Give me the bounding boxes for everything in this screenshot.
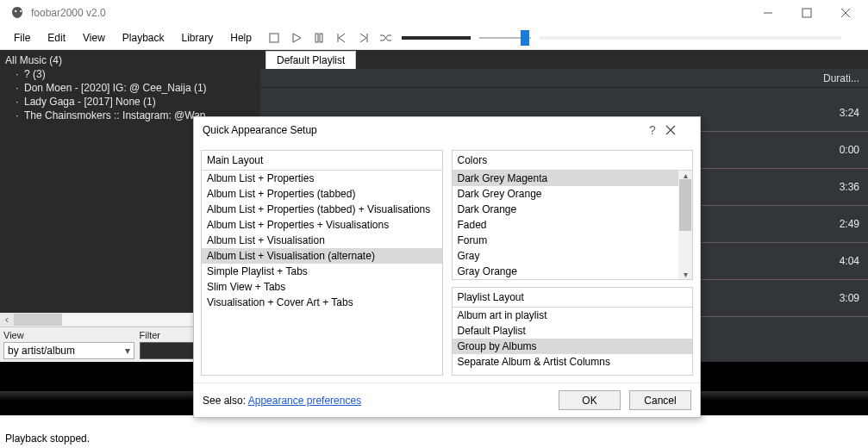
tree-root[interactable]: All Music (4) bbox=[5, 53, 255, 67]
list-item[interactable]: Gray Orange bbox=[453, 264, 679, 279]
cancel-button[interactable]: Cancel bbox=[629, 390, 691, 410]
random-icon[interactable] bbox=[379, 31, 393, 45]
menu-playback[interactable]: Playback bbox=[114, 28, 173, 47]
main-layout-panel: Main Layout Album List + PropertiesAlbum… bbox=[201, 150, 443, 376]
list-item[interactable]: Visualisation + Cover Art + Tabs bbox=[202, 295, 442, 310]
list-item[interactable]: Separate Album & Artist Columns bbox=[453, 354, 693, 370]
list-item[interactable]: Album art in playlist bbox=[453, 308, 693, 323]
main-layout-heading: Main Layout bbox=[202, 151, 442, 171]
list-item[interactable]: Default Playlist bbox=[453, 323, 693, 339]
tree-node[interactable]: ·? (3) bbox=[5, 67, 255, 81]
status-bar: Playback stopped. bbox=[0, 415, 868, 448]
menu-file[interactable]: File bbox=[5, 28, 39, 47]
playlist-layout-panel: Playlist Layout Album art in playlistDef… bbox=[452, 287, 694, 376]
balance-slider[interactable] bbox=[479, 37, 531, 39]
next-icon[interactable] bbox=[357, 31, 371, 45]
playlist-layout-heading: Playlist Layout bbox=[453, 288, 693, 308]
colors-scrollbar[interactable]: ▴ ▾ bbox=[678, 171, 692, 279]
tab-default-playlist[interactable]: Default Playlist bbox=[265, 51, 356, 69]
minimize-button[interactable] bbox=[748, 0, 787, 26]
status-text: Playback stopped. bbox=[5, 432, 90, 445]
cell-duration: 3:36 bbox=[840, 181, 859, 193]
cell-duration: 2:49 bbox=[840, 218, 859, 230]
window-title: foobar2000 v2.0 bbox=[31, 7, 106, 19]
list-item[interactable]: Group by Albums bbox=[453, 339, 693, 354]
list-item[interactable]: Dark Grey Orange bbox=[453, 186, 679, 202]
close-icon[interactable] bbox=[665, 125, 691, 135]
playlist-header: Durati... bbox=[260, 69, 868, 88]
volume-slider[interactable] bbox=[402, 36, 471, 40]
colors-heading: Colors bbox=[453, 151, 693, 171]
ok-button[interactable]: OK bbox=[559, 390, 621, 410]
menu-edit[interactable]: Edit bbox=[39, 28, 74, 47]
help-icon[interactable]: ? bbox=[640, 123, 665, 137]
list-item[interactable]: Album List + Properties + Visualisations bbox=[202, 217, 442, 233]
list-item[interactable]: Dark Orange bbox=[453, 202, 679, 217]
tree-node[interactable]: ·Don Moen - [2020] IG: @ Cee_Naija (1) bbox=[5, 81, 255, 95]
list-item[interactable]: Gray bbox=[453, 248, 679, 264]
list-item[interactable]: Album List + Properties (tabbed) bbox=[202, 186, 442, 202]
colors-panel: Colors Dark Grey MagentaDark Grey Orange… bbox=[452, 150, 694, 280]
prev-icon[interactable] bbox=[334, 31, 348, 45]
col-duration[interactable]: Durati... bbox=[823, 72, 859, 84]
menu-view[interactable]: View bbox=[74, 28, 114, 47]
list-item[interactable]: Forum bbox=[453, 233, 679, 248]
pause-icon[interactable] bbox=[312, 31, 326, 45]
playlist-layout-list[interactable]: Album art in playlistDefault PlaylistGro… bbox=[453, 308, 693, 370]
see-also-text: See also: Appearance preferences bbox=[203, 395, 361, 407]
svg-rect-4 bbox=[320, 34, 322, 42]
menubar: File Edit View Playback Library Help bbox=[0, 26, 868, 50]
dialog-title: Quick Appearance Setup bbox=[203, 124, 317, 136]
close-button[interactable] bbox=[826, 0, 865, 26]
seek-slider[interactable] bbox=[540, 36, 841, 40]
playback-toolbar bbox=[267, 31, 841, 45]
dialog-footer: See also: Appearance preferences OK Canc… bbox=[194, 383, 700, 417]
list-item[interactable]: Simple Playlist + Tabs bbox=[202, 264, 442, 279]
cell-duration: 3:24 bbox=[840, 107, 859, 119]
list-item[interactable]: Faded bbox=[453, 217, 679, 233]
view-label: View bbox=[3, 330, 134, 340]
app-icon bbox=[9, 4, 26, 22]
tree-node[interactable]: ·Lady Gaga - [2017] None (1) bbox=[5, 95, 255, 109]
stop-icon[interactable] bbox=[267, 31, 281, 45]
appearance-preferences-link[interactable]: Appearance preferences bbox=[248, 395, 361, 407]
list-item[interactable]: Album List + Properties bbox=[202, 171, 442, 186]
chevron-down-icon: ▾ bbox=[125, 345, 130, 357]
menu-library[interactable]: Library bbox=[173, 28, 222, 47]
dialog-titlebar: Quick Appearance Setup ? bbox=[194, 117, 700, 143]
view-combo[interactable]: by artist/album ▾ bbox=[3, 342, 134, 359]
list-item[interactable]: Slim View + Tabs bbox=[202, 279, 442, 295]
main-layout-list[interactable]: Album List + PropertiesAlbum List + Prop… bbox=[202, 171, 442, 310]
titlebar: foobar2000 v2.0 bbox=[0, 0, 868, 26]
cell-duration: 4:04 bbox=[840, 255, 859, 267]
list-item[interactable]: Album List + Properties (tabbed) + Visua… bbox=[202, 202, 442, 217]
quick-appearance-dialog: Quick Appearance Setup ? Main Layout Alb… bbox=[193, 116, 701, 418]
view-combo-value: by artist/album bbox=[8, 345, 75, 357]
scroll-down-icon[interactable]: ▾ bbox=[678, 270, 692, 279]
svg-rect-2 bbox=[270, 34, 278, 42]
maximize-button[interactable] bbox=[787, 0, 826, 26]
main-content: All Music (4) ·? (3) ·Don Moen - [2020] … bbox=[0, 50, 868, 362]
list-item[interactable]: Dark Grey Magenta bbox=[453, 171, 679, 186]
colors-list[interactable]: Dark Grey MagentaDark Grey OrangeDark Or… bbox=[453, 171, 679, 279]
playlist-tabs: Default Playlist bbox=[260, 50, 868, 69]
cell-duration: 3:09 bbox=[840, 292, 859, 304]
play-icon[interactable] bbox=[290, 31, 303, 45]
cell-duration: 0:00 bbox=[840, 144, 859, 156]
menu-help[interactable]: Help bbox=[222, 28, 260, 47]
svg-rect-1 bbox=[802, 9, 811, 17]
list-item[interactable]: Album List + Visualisation (alternate) bbox=[202, 248, 442, 264]
scroll-left-icon[interactable]: ‹ bbox=[0, 314, 14, 326]
list-item[interactable]: Album List + Visualisation bbox=[202, 233, 442, 248]
svg-rect-3 bbox=[315, 34, 318, 42]
